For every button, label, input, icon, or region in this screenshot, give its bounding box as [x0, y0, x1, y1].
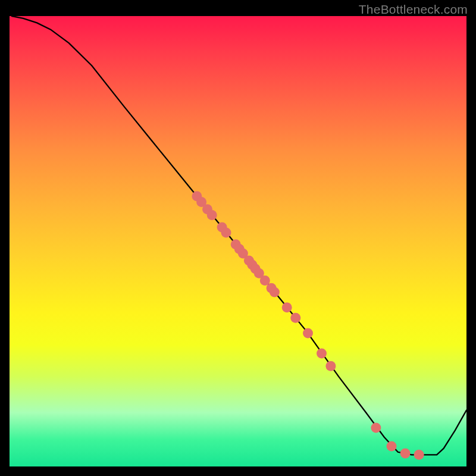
data-marker: [414, 450, 424, 460]
bottleneck-curve: [12, 16, 466, 455]
chart-frame: TheBottleneck.com: [0, 0, 476, 476]
data-markers: [192, 191, 424, 460]
data-marker: [207, 210, 217, 220]
data-marker: [387, 441, 397, 451]
data-marker: [303, 328, 313, 338]
data-marker: [317, 349, 327, 359]
data-marker: [282, 302, 292, 312]
data-marker: [221, 228, 231, 238]
data-marker: [270, 287, 280, 298]
plot-area: [10, 16, 466, 466]
data-marker: [400, 449, 411, 459]
data-marker: [290, 313, 300, 323]
chart-svg: [10, 16, 466, 466]
data-marker: [371, 422, 381, 433]
data-marker: [325, 361, 336, 371]
watermark-text: TheBottleneck.com: [359, 2, 468, 17]
